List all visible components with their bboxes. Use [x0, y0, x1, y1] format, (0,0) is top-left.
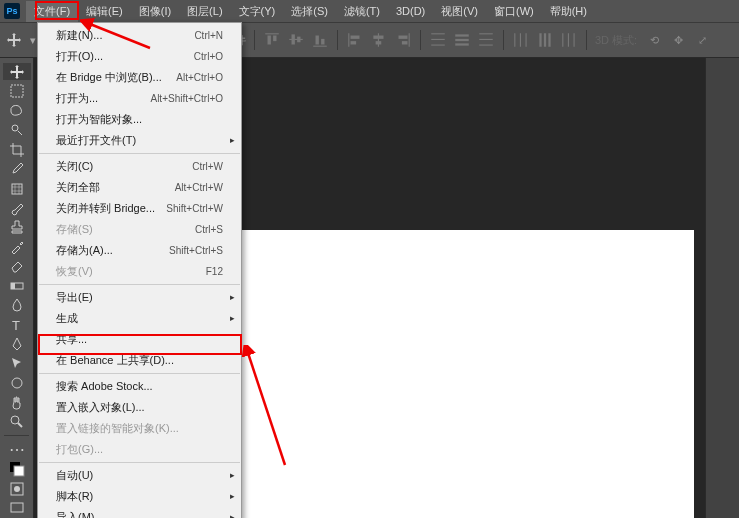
- menu-item[interactable]: 生成: [38, 308, 241, 329]
- screenmode-tool[interactable]: [3, 500, 31, 517]
- type-tool[interactable]: T: [3, 316, 31, 333]
- 3d-pan-icon[interactable]: ✥: [669, 31, 687, 49]
- svg-rect-1: [268, 36, 271, 45]
- eraser-tool[interactable]: [3, 258, 31, 275]
- path-select-tool[interactable]: [3, 355, 31, 372]
- menu-item[interactable]: 关闭(C)Ctrl+W: [38, 156, 241, 177]
- dist-hcenter-icon[interactable]: [536, 31, 554, 49]
- svg-rect-45: [14, 466, 24, 476]
- svg-point-42: [12, 378, 22, 388]
- menu-item[interactable]: 共享...: [38, 329, 241, 350]
- 3d-slide-icon[interactable]: ⤢: [693, 31, 711, 49]
- menu-item[interactable]: 在 Behance 上共享(D)...: [38, 350, 241, 371]
- menu-item-label: 导入(M): [56, 510, 95, 518]
- menu-item-label: 打包(G)...: [56, 442, 103, 457]
- menu-edit[interactable]: 编辑(E): [78, 1, 131, 22]
- svg-rect-9: [348, 33, 349, 47]
- 3d-orbit-icon[interactable]: ⟲: [645, 31, 663, 49]
- distribute-group: [429, 31, 495, 49]
- menu-image[interactable]: 图像(I): [131, 1, 179, 22]
- menu-item[interactable]: 在 Bridge 中浏览(B)...Alt+Ctrl+O: [38, 67, 241, 88]
- menu-item[interactable]: 导出(E): [38, 287, 241, 308]
- menu-item-shortcut: Ctrl+W: [192, 159, 223, 174]
- right-panel-strip: [705, 58, 739, 518]
- svg-rect-8: [321, 39, 324, 45]
- align-left-icon[interactable]: [346, 31, 364, 49]
- move-tool[interactable]: [3, 63, 31, 80]
- menu-item[interactable]: 自动(U): [38, 465, 241, 486]
- menu-item[interactable]: 脚本(R): [38, 486, 241, 507]
- gradient-tool[interactable]: [3, 277, 31, 294]
- crop-tool[interactable]: [3, 141, 31, 158]
- menu-filter[interactable]: 滤镜(T): [336, 1, 388, 22]
- svg-rect-18: [431, 33, 445, 34]
- dist-top-icon[interactable]: [429, 31, 447, 49]
- svg-rect-34: [568, 33, 569, 47]
- menu-item-shortcut: Ctrl+S: [195, 222, 223, 237]
- svg-rect-30: [539, 33, 541, 47]
- align-bottom-icon[interactable]: [311, 31, 329, 49]
- menu-item[interactable]: 置入嵌入对象(L)...: [38, 397, 241, 418]
- patch-tool[interactable]: [3, 180, 31, 197]
- menu-layer[interactable]: 图层(L): [179, 1, 230, 22]
- menu-help[interactable]: 帮助(H): [542, 1, 595, 22]
- menu-item-label: 存储为(A)...: [56, 243, 113, 258]
- align-right-icon[interactable]: [394, 31, 412, 49]
- toolbar: T ⋯: [0, 58, 34, 518]
- menu-item[interactable]: 最近打开文件(T): [38, 130, 241, 151]
- eyedropper-tool[interactable]: [3, 160, 31, 177]
- divider: [420, 30, 421, 50]
- svg-rect-27: [514, 33, 515, 47]
- 3d-mode-label: 3D 模式:: [595, 33, 637, 48]
- menu-item[interactable]: 新建(N)...Ctrl+N: [38, 25, 241, 46]
- svg-rect-6: [313, 46, 327, 47]
- menu-item[interactable]: 打开为...Alt+Shift+Ctrl+O: [38, 88, 241, 109]
- history-brush-tool[interactable]: [3, 238, 31, 255]
- dist-vcenter-icon[interactable]: [453, 31, 471, 49]
- zoom-tool[interactable]: [3, 413, 31, 430]
- menu-item[interactable]: 关闭全部Alt+Ctrl+W: [38, 177, 241, 198]
- menu-item[interactable]: 打开(O)...Ctrl+O: [38, 46, 241, 67]
- quick-select-tool[interactable]: [3, 121, 31, 138]
- menu-item-label: 导出(E): [56, 290, 93, 305]
- svg-rect-7: [316, 36, 319, 45]
- canvas[interactable]: [240, 230, 694, 518]
- menu-file[interactable]: 文件(F): [26, 1, 78, 22]
- menu-item[interactable]: 打开为智能对象...: [38, 109, 241, 130]
- menu-select[interactable]: 选择(S): [283, 1, 336, 22]
- dist-left-icon[interactable]: [512, 31, 530, 49]
- edit-toolbar[interactable]: ⋯: [3, 440, 31, 459]
- menu-separator: [39, 153, 240, 154]
- menu-item[interactable]: 导入(M): [38, 507, 241, 518]
- align-top-icon[interactable]: [263, 31, 281, 49]
- menu-item[interactable]: 存储为(A)...Shift+Ctrl+S: [38, 240, 241, 261]
- menu-item-label: 关闭全部: [56, 180, 100, 195]
- shape-tool[interactable]: [3, 375, 31, 392]
- svg-rect-21: [455, 34, 469, 36]
- menubar: Ps 文件(F) 编辑(E) 图像(I) 图层(L) 文字(Y) 选择(S) 滤…: [0, 0, 739, 22]
- svg-rect-35: [574, 33, 575, 47]
- menu-view[interactable]: 视图(V): [433, 1, 486, 22]
- menu-item-label: 存储(S): [56, 222, 93, 237]
- dist-bottom-icon[interactable]: [477, 31, 495, 49]
- menu-item[interactable]: 关闭并转到 Bridge...Shift+Ctrl+W: [38, 198, 241, 219]
- align-vcenter-icon[interactable]: [287, 31, 305, 49]
- align-h-group: [346, 31, 412, 49]
- align-hcenter-icon[interactable]: [370, 31, 388, 49]
- brush-tool[interactable]: [3, 199, 31, 216]
- menu-window[interactable]: 窗口(W): [486, 1, 542, 22]
- color-swatch[interactable]: [3, 461, 31, 478]
- stamp-tool[interactable]: [3, 219, 31, 236]
- menu-item-shortcut: Alt+Ctrl+W: [175, 180, 223, 195]
- svg-rect-5: [297, 37, 300, 43]
- blur-tool[interactable]: [3, 297, 31, 314]
- lasso-tool[interactable]: [3, 102, 31, 119]
- quickmask-tool[interactable]: [3, 480, 31, 497]
- pen-tool[interactable]: [3, 336, 31, 353]
- menu-3d[interactable]: 3D(D): [388, 2, 433, 20]
- menu-type[interactable]: 文字(Y): [231, 1, 284, 22]
- marquee-tool[interactable]: [3, 82, 31, 99]
- hand-tool[interactable]: [3, 394, 31, 411]
- menu-item[interactable]: 搜索 Adobe Stock...: [38, 376, 241, 397]
- dist-right-icon[interactable]: [560, 31, 578, 49]
